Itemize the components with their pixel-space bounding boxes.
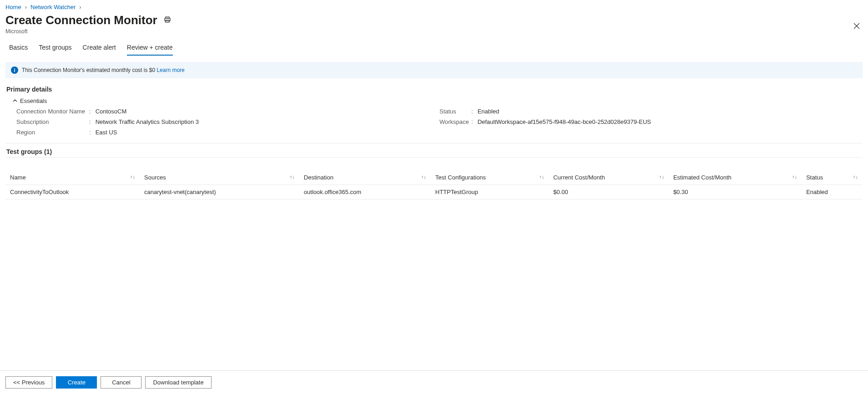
close-button[interactable] — [851, 20, 863, 34]
page-title: Create Connection Monitor — [5, 13, 157, 27]
cancel-button[interactable]: Cancel — [101, 376, 141, 389]
chevron-right-icon: › — [25, 4, 27, 10]
previous-button[interactable]: << Previous — [5, 376, 52, 389]
page-subtitle: Microsoft — [5, 28, 171, 35]
sort-icon: ↑↓ — [853, 174, 858, 179]
col-destination[interactable]: Destination↑↓ — [299, 170, 431, 185]
chevron-right-icon: › — [79, 4, 81, 10]
sort-icon: ↑↓ — [290, 174, 295, 179]
sort-icon: ↑↓ — [130, 174, 135, 179]
sort-icon: ↑↓ — [792, 174, 797, 179]
detail-label: Connection Monitor Name — [16, 108, 89, 115]
create-button[interactable]: Create — [56, 376, 97, 389]
sort-icon: ↑↓ — [539, 174, 544, 179]
detail-value: Enabled — [478, 108, 500, 115]
detail-value: East US — [96, 129, 117, 136]
cell-status: Enabled — [802, 185, 863, 200]
download-template-button[interactable]: Download template — [145, 376, 211, 389]
test-groups-table: Name↑↓ Sources↑↓ Destination↑↓ Test Conf… — [5, 170, 863, 200]
detail-label: Status — [439, 108, 471, 115]
divider — [5, 143, 863, 143]
detail-label: Workspace — [439, 118, 471, 125]
cell-estimated-cost: $0.30 — [669, 185, 802, 200]
col-current-cost[interactable]: Current Cost/Month↑↓ — [549, 170, 669, 185]
breadcrumb-network-watcher[interactable]: Network Watcher — [30, 4, 76, 10]
col-name[interactable]: Name↑↓ — [5, 170, 140, 185]
tabs: Basics Test groups Create alert Review +… — [5, 40, 863, 56]
info-bar: i This Connection Monitor's estimated mo… — [5, 62, 863, 78]
detail-label: Region — [16, 129, 89, 136]
primary-details-heading: Primary details — [5, 86, 863, 93]
footer: << Previous Create Cancel Download templ… — [0, 370, 868, 394]
breadcrumb: Home › Network Watcher › — [5, 4, 863, 10]
tab-basics[interactable]: Basics — [9, 40, 28, 56]
cell-name: ConnectivityToOutlook — [5, 185, 140, 200]
cell-current-cost: $0.00 — [549, 185, 669, 200]
breadcrumb-home[interactable]: Home — [5, 4, 21, 10]
sort-icon: ↑↓ — [659, 174, 664, 179]
col-estimated-cost[interactable]: Estimated Cost/Month↑↓ — [669, 170, 802, 185]
divider — [5, 157, 863, 158]
chevron-up-icon — [13, 97, 17, 104]
print-icon[interactable] — [164, 16, 171, 25]
detail-value: Network Traffic Analytics Subscription 3 — [96, 118, 199, 125]
cell-sources: canarytest-vnet(canarytest) — [140, 185, 299, 200]
essentials-toggle[interactable]: Essentials — [5, 96, 863, 108]
col-status[interactable]: Status↑↓ — [802, 170, 863, 185]
learn-more-link[interactable]: Learn more — [156, 67, 184, 73]
table-row[interactable]: ConnectivityToOutlook canarytest-vnet(ca… — [5, 185, 863, 200]
sort-icon: ↑↓ — [421, 174, 426, 179]
cell-destination: outlook.office365.com — [299, 185, 431, 200]
detail-value: ContosoCM — [96, 108, 127, 115]
col-test-configurations[interactable]: Test Configurations↑↓ — [431, 170, 549, 185]
detail-value: DefaultWorkspace-af15e575-f948-49ac-bce0… — [478, 118, 651, 125]
detail-label: Subscription — [16, 118, 89, 125]
tab-review-create[interactable]: Review + create — [127, 40, 173, 56]
info-icon: i — [11, 67, 18, 74]
cell-test-configurations: HTTPTestGroup — [431, 185, 549, 200]
col-sources[interactable]: Sources↑↓ — [140, 170, 299, 185]
tab-create-alert[interactable]: Create alert — [83, 40, 116, 56]
tab-test-groups[interactable]: Test groups — [39, 40, 71, 56]
test-groups-heading: Test groups (1) — [6, 148, 863, 155]
details-grid: Connection Monitor Name : ContosoCM Subs… — [5, 108, 863, 139]
essentials-label: Essentials — [20, 97, 47, 104]
info-bar-text: This Connection Monitor's estimated mont… — [22, 67, 156, 73]
